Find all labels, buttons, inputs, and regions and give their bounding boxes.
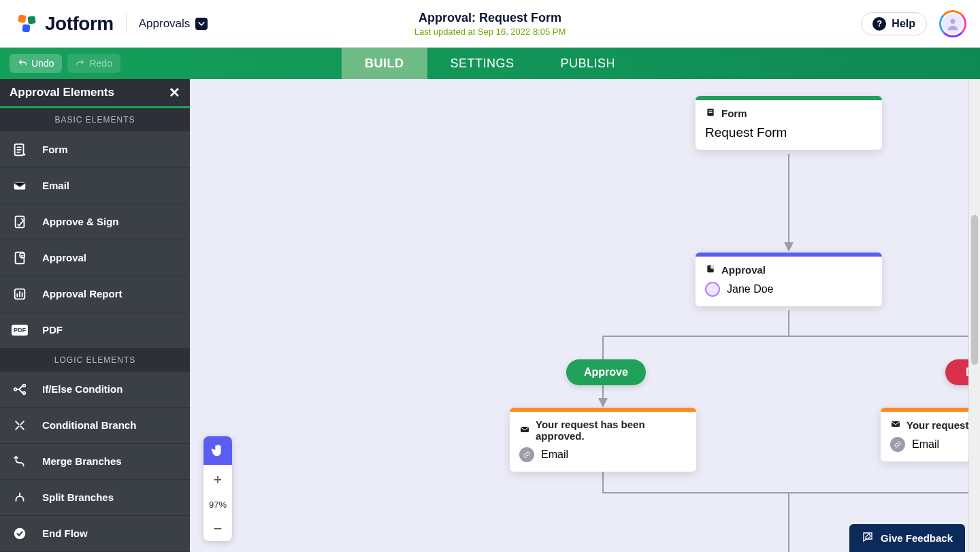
sidebar-item-email[interactable]: Email [0, 168, 190, 204]
feedback-icon [862, 531, 874, 545]
end-flow-icon [11, 525, 29, 542]
connectors [190, 79, 980, 552]
sidebar-item-conditional-branch[interactable]: Conditional Branch [0, 408, 190, 444]
node-type: Form [721, 108, 747, 119]
sidebar-item-label: If/Else Condition [42, 383, 122, 395]
top-header: Jotform Approvals Approval: Request Form… [0, 0, 980, 48]
zoom-out-button[interactable]: − [203, 517, 232, 541]
scrollbar-thumb[interactable] [971, 215, 978, 365]
approval-icon [705, 263, 716, 276]
zoom-in-button[interactable]: + [203, 468, 232, 492]
undo-button[interactable]: Undo [10, 54, 62, 73]
sidebar-item-pdf[interactable]: PDF PDF [0, 312, 190, 348]
sidebar-item-if-else[interactable]: If/Else Condition [0, 372, 190, 408]
redo-button[interactable]: Redo [67, 54, 120, 73]
logo-text: Jotform [45, 13, 114, 35]
node-title: Request Form [696, 120, 882, 150]
assignee-avatar-icon [705, 282, 720, 297]
svg-rect-1 [27, 16, 35, 24]
canvas[interactable]: Form Request Form Approval Jane Doe Appr… [190, 79, 980, 552]
node-email-approved[interactable]: Your request has been approved. Email [510, 408, 696, 472]
link-icon [519, 447, 534, 462]
product-name: Approvals [139, 17, 191, 31]
undo-label: Undo [31, 58, 54, 69]
email-chip: Email [541, 449, 568, 461]
sidebar-item-label: Approval [42, 252, 86, 263]
email-chip: Email [912, 438, 939, 451]
user-avatar[interactable] [939, 10, 966, 37]
product-switcher[interactable]: Approvals [139, 17, 208, 31]
logo[interactable]: Jotform [0, 13, 114, 35]
form-icon [11, 141, 29, 159]
if-else-icon [11, 380, 29, 398]
sidebar-title: Approval Elements [10, 86, 114, 99]
report-icon [11, 285, 29, 303]
approval-icon [11, 249, 29, 267]
main: Approval Elements ✕ BASIC ELEMENTS Form … [0, 79, 980, 552]
svg-rect-2 [22, 24, 30, 32]
svg-rect-0 [18, 14, 27, 23]
svg-point-12 [23, 391, 26, 394]
merge-icon [11, 453, 29, 470]
sidebar-item-label: Form [42, 144, 68, 155]
avatar-icon [943, 14, 963, 34]
sidebar-item-label: Merge Branches [42, 455, 122, 467]
branch-icon [11, 417, 29, 434]
svg-point-3 [950, 18, 955, 23]
sidebar-item-form[interactable]: Form [0, 131, 190, 167]
sidebar-item-label: Split Branches [42, 491, 114, 503]
redo-label: Redo [89, 58, 112, 69]
help-button[interactable]: ? Help [861, 12, 927, 35]
sidebar-item-approval[interactable]: Approval [0, 240, 190, 276]
svg-point-10 [14, 388, 17, 391]
svg-rect-17 [708, 112, 712, 113]
badge-approve[interactable]: Approve [566, 359, 646, 385]
link-icon [890, 437, 905, 452]
close-icon[interactable]: ✕ [169, 84, 180, 101]
tab-build[interactable]: BUILD [342, 48, 427, 79]
sidebar-item-end-flow[interactable]: End Flow [0, 516, 190, 552]
sidebar-item-approval-report[interactable]: Approval Report [0, 276, 190, 312]
assignee-name: Jane Doe [727, 283, 774, 295]
sidebar-item-label: PDF [42, 324, 63, 336]
node-email-denied[interactable]: Your request ha Email [881, 408, 980, 461]
svg-point-11 [23, 384, 26, 387]
sidebar-item-label: Approve & Sign [42, 216, 119, 227]
svg-point-13 [14, 528, 26, 540]
section-logic: LOGIC ELEMENTS [0, 348, 190, 372]
sidebar: Approval Elements ✕ BASIC ELEMENTS Form … [0, 79, 190, 552]
svg-rect-16 [708, 110, 712, 111]
chevron-down-icon [195, 18, 208, 30]
node-type: Approval [721, 264, 766, 276]
svg-point-19 [710, 265, 714, 269]
tab-publish[interactable]: PUBLISH [537, 48, 638, 79]
sidebar-item-label: Approval Report [42, 288, 122, 299]
feedback-label: Give Feedback [881, 532, 953, 544]
email-icon [519, 424, 530, 437]
sidebar-item-approve-sign[interactable]: Approve & Sign [0, 204, 190, 240]
sidebar-item-split-branches[interactable]: Split Branches [0, 480, 190, 516]
logo-icon [16, 13, 38, 35]
header-center: Approval: Request Form Last updated at S… [414, 11, 566, 37]
sidebar-item-label: Conditional Branch [42, 419, 136, 431]
section-basic: BASIC ELEMENTS [0, 108, 190, 131]
help-label: Help [892, 18, 915, 30]
email-icon [11, 177, 29, 195]
help-icon: ? [872, 17, 886, 31]
page-title: Approval: Request Form [414, 11, 566, 25]
email-subject: Your request ha [906, 419, 980, 431]
email-icon [890, 419, 901, 432]
node-approval[interactable]: Approval Jane Doe [696, 253, 882, 306]
split-icon [11, 489, 29, 506]
sidebar-item-label: End Flow [42, 527, 88, 539]
zoom-level: 97% [203, 492, 232, 517]
node-form[interactable]: Form Request Form [696, 96, 882, 150]
sidebar-item-merge-branches[interactable]: Merge Branches [0, 444, 190, 480]
pan-tool-button[interactable] [203, 436, 232, 465]
approve-sign-icon [11, 213, 29, 231]
page-subtitle: Last updated at Sep 16, 2022 8:05 PM [414, 27, 566, 37]
feedback-button[interactable]: Give Feedback [849, 524, 965, 552]
pdf-icon: PDF [11, 321, 29, 339]
toolbar: Undo Redo BUILD SETTINGS PUBLISH [0, 48, 980, 79]
tab-settings[interactable]: SETTINGS [427, 48, 537, 79]
